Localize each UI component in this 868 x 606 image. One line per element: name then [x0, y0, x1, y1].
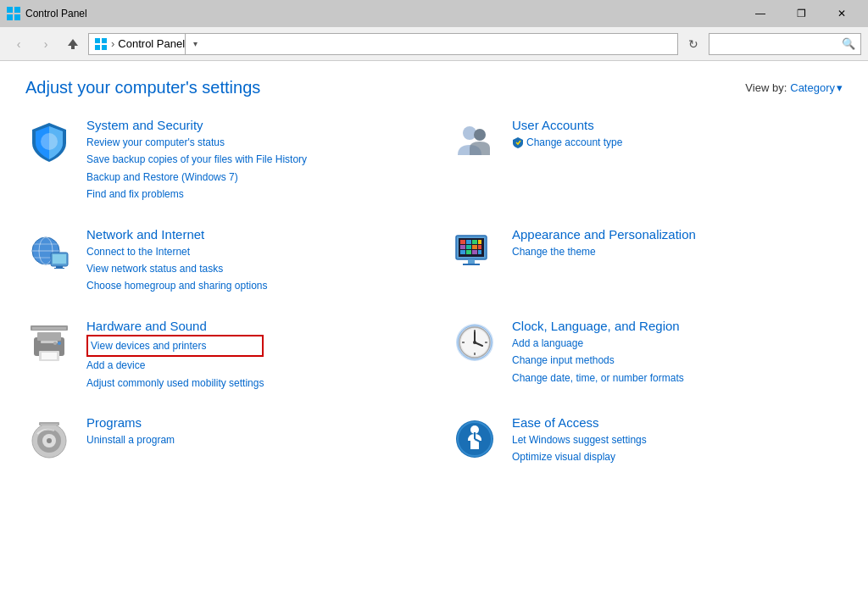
link-find-fix[interactable]: Find and fix problems — [86, 186, 307, 203]
svg-point-42 — [53, 342, 57, 345]
title-bar: Control Panel — ❐ ✕ — [0, 0, 868, 27]
programs-content: Programs Uninstall a program — [86, 415, 175, 448]
category-ease: Ease of Access Let Windows suggest setti… — [451, 415, 843, 466]
clock-title[interactable]: Clock, Language, and Region — [512, 319, 684, 333]
svg-rect-30 — [460, 250, 465, 254]
categories-grid: System and Security Review your computer… — [25, 118, 843, 466]
hardware-content: Hardware and Sound View devices and prin… — [86, 319, 264, 392]
category-user-accounts: User Accounts Change account type — [451, 118, 843, 203]
category-appearance: Appearance and Personalization Change th… — [451, 227, 843, 295]
svg-rect-33 — [478, 250, 481, 254]
page-title: Adjust your computer's settings — [25, 78, 260, 97]
svg-rect-26 — [460, 245, 465, 249]
svg-rect-29 — [478, 245, 481, 249]
back-button[interactable]: ‹ — [7, 32, 31, 56]
address-bar: ‹ › › Control Panel ▾ ↻ 🔍 — [0, 27, 868, 61]
search-box[interactable]: 🔍 — [709, 33, 861, 55]
user-accounts-icon — [451, 118, 498, 165]
svg-rect-5 — [102, 38, 107, 43]
svg-point-8 — [41, 133, 58, 150]
link-uninstall[interactable]: Uninstall a program — [86, 431, 175, 448]
link-change-account[interactable]: Change account type — [512, 134, 622, 154]
view-by-dropdown[interactable]: Category ▾ — [790, 81, 843, 94]
link-suggest-settings[interactable]: Let Windows suggest settings — [512, 431, 647, 448]
svg-rect-35 — [463, 264, 480, 265]
clock-icon — [451, 319, 498, 366]
appearance-title[interactable]: Appearance and Personalization — [512, 227, 696, 242]
svg-rect-19 — [54, 268, 64, 269]
programs-title[interactable]: Programs — [86, 415, 175, 430]
app-icon — [7, 7, 20, 20]
link-backup-restore[interactable]: Backup and Restore (Windows 7) — [86, 169, 307, 186]
link-date-time[interactable]: Change date, time, or number formats — [512, 370, 684, 386]
forward-button[interactable]: › — [34, 32, 58, 56]
window-title: Control Panel — [25, 8, 741, 19]
svg-point-51 — [473, 341, 476, 344]
appearance-content: Appearance and Personalization Change th… — [512, 227, 696, 260]
svg-rect-7 — [102, 45, 107, 50]
svg-rect-34 — [468, 259, 475, 264]
link-change-theme[interactable]: Change the theme — [512, 243, 696, 260]
ease-icon — [451, 415, 498, 463]
svg-rect-18 — [56, 266, 63, 268]
svg-rect-4 — [95, 38, 100, 43]
category-programs: Programs Uninstall a program — [25, 415, 417, 466]
link-visual-display[interactable]: Optimize visual display — [512, 448, 647, 465]
svg-rect-25 — [478, 240, 481, 244]
address-path[interactable]: › Control Panel ▾ — [88, 33, 678, 55]
category-system-security: System and Security Review your computer… — [25, 118, 417, 203]
ease-title[interactable]: Ease of Access — [512, 415, 647, 430]
svg-rect-28 — [472, 245, 477, 249]
system-security-title[interactable]: System and Security — [86, 118, 307, 132]
svg-rect-22 — [460, 240, 465, 244]
network-title[interactable]: Network and Internet — [86, 227, 267, 242]
maximize-button[interactable]: ❐ — [782, 0, 821, 27]
svg-rect-17 — [53, 254, 66, 264]
main-content: Adjust your computer's settings View by:… — [0, 61, 868, 606]
link-connect-internet[interactable]: Connect to the Internet — [86, 243, 267, 260]
link-view-devices[interactable]: View devices and printers — [86, 335, 264, 357]
search-input[interactable] — [715, 38, 842, 50]
user-accounts-title[interactable]: User Accounts — [512, 118, 622, 132]
ease-content: Ease of Access Let Windows suggest setti… — [512, 415, 647, 466]
link-network-status[interactable]: View network status and tasks — [86, 260, 267, 277]
svg-point-41 — [58, 342, 61, 345]
svg-rect-31 — [466, 250, 471, 254]
link-input-methods[interactable]: Change input methods — [512, 352, 684, 369]
window-controls: — ❐ ✕ — [741, 0, 861, 27]
appearance-icon — [451, 227, 498, 275]
svg-rect-3 — [14, 14, 20, 20]
header-row: Adjust your computer's settings View by:… — [25, 78, 843, 97]
svg-rect-61 — [41, 424, 58, 425]
link-backup-files[interactable]: Save backup copies of your files with Fi… — [86, 151, 307, 168]
link-mobility-settings[interactable]: Adjust commonly used mobility settings — [86, 375, 264, 392]
svg-rect-39 — [42, 353, 57, 359]
link-homegroup[interactable]: Choose homegroup and sharing options — [86, 277, 267, 294]
svg-rect-32 — [472, 250, 477, 254]
link-add-device[interactable]: Add a device — [86, 357, 264, 374]
view-by-label: View by: — [745, 81, 787, 94]
refresh-button[interactable]: ↻ — [682, 32, 705, 56]
hardware-icon — [25, 319, 73, 366]
minimize-button[interactable]: — — [741, 0, 780, 27]
svg-rect-0 — [7, 7, 13, 13]
network-content: Network and Internet Connect to the Inte… — [86, 227, 267, 295]
view-by: View by: Category ▾ — [745, 81, 843, 94]
link-review-status[interactable]: Review your computer's status — [86, 134, 307, 151]
network-icon — [25, 227, 73, 275]
category-clock: Clock, Language, and Region Add a langua… — [451, 319, 843, 392]
svg-rect-6 — [95, 45, 100, 50]
system-security-content: System and Security Review your computer… — [86, 118, 307, 203]
svg-rect-37 — [37, 332, 61, 341]
up-button[interactable] — [61, 32, 85, 56]
address-dropdown[interactable]: ▾ — [185, 33, 205, 55]
svg-rect-23 — [466, 240, 471, 244]
path-text: Control Panel — [118, 37, 185, 50]
category-network: Network and Internet Connect to the Inte… — [25, 227, 417, 295]
category-hardware: Hardware and Sound View devices and prin… — [25, 319, 417, 392]
link-add-language[interactable]: Add a language — [512, 335, 684, 352]
svg-rect-1 — [14, 7, 20, 13]
user-accounts-content: User Accounts Change account type — [512, 118, 622, 154]
close-button[interactable]: ✕ — [822, 0, 861, 27]
hardware-title[interactable]: Hardware and Sound — [86, 319, 264, 333]
